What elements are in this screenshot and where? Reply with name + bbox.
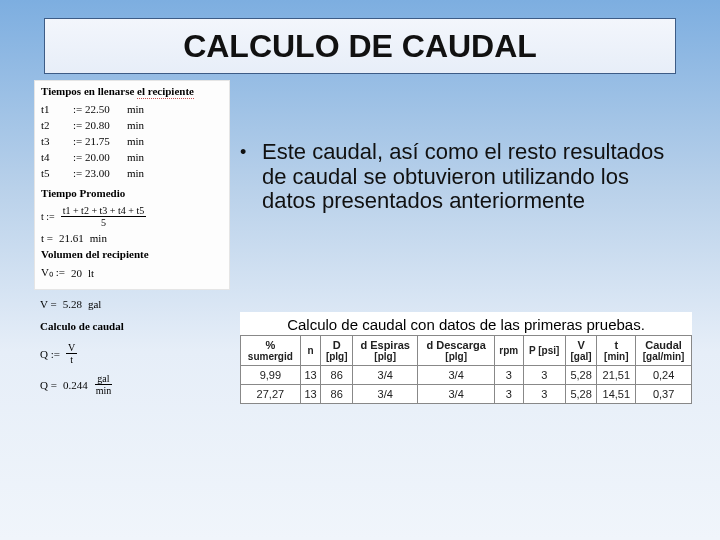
vol-row: V₀ := 20 lt: [41, 266, 223, 279]
t-val: 20.00: [85, 151, 121, 163]
th-sub: [plg]: [323, 351, 350, 362]
assign: :=: [73, 167, 79, 179]
t-val: 22.50: [85, 103, 121, 115]
t-unit: min: [127, 135, 144, 147]
vol-unit: lt: [88, 267, 94, 279]
th-sub: [gal/min]: [638, 351, 689, 362]
th-sub: [min]: [599, 351, 633, 362]
t-label: t1: [41, 103, 67, 115]
td: 13: [300, 366, 321, 385]
td: 3: [523, 366, 565, 385]
vol-conv-val: 5.28: [63, 298, 82, 310]
vol-val: 20: [71, 267, 82, 279]
times-heading: Tiempos en llenarse el recipiente: [41, 85, 223, 97]
frac-bot: t: [68, 354, 75, 365]
th: rpm: [495, 336, 524, 366]
avg-result: t = 21.61 min: [41, 232, 223, 244]
t-unit: min: [127, 167, 144, 179]
th: d Espiras[plg]: [353, 336, 418, 366]
avg-res-val: 21.61: [59, 232, 84, 244]
th-sub: [plg]: [355, 351, 415, 362]
td: 14,51: [597, 385, 636, 404]
time-row: t2:=20.80min: [41, 119, 223, 131]
th: n: [300, 336, 321, 366]
q-res-val: 0.244: [63, 379, 88, 391]
td: 3: [495, 385, 524, 404]
q-res-lhs: Q =: [40, 379, 57, 391]
times-heading-pre: Tiempos en llenarse: [41, 85, 137, 97]
page-title: CALCULO DE CAUDAL: [183, 28, 537, 65]
td: 13: [300, 385, 321, 404]
avg-res-lhs: t =: [41, 232, 53, 244]
time-row: t5:=23.00min: [41, 167, 223, 179]
th-top: D: [333, 339, 341, 351]
td: 3: [523, 385, 565, 404]
vol-conv-row: V = 5.28 gal: [34, 294, 230, 314]
data-table: %sumergid n D[plg] d Espiras[plg] d Desc…: [240, 335, 692, 404]
t-label: t2: [41, 119, 67, 131]
th-top: %: [265, 339, 275, 351]
vol-conv-lhs: V =: [40, 298, 57, 310]
assign: :=: [73, 119, 79, 131]
th: d Descarga[plg]: [418, 336, 495, 366]
avg-heading: Tiempo Promedio: [41, 187, 223, 199]
td: 27,27: [241, 385, 301, 404]
th: %sumergid: [241, 336, 301, 366]
t-label: t4: [41, 151, 67, 163]
th-top: t: [614, 339, 618, 351]
vol-heading: Volumen del recipiente: [41, 248, 223, 260]
table-row: 9,99 13 86 3/4 3/4 3 3 5,28 21,51 0,24: [241, 366, 692, 385]
td: 3: [495, 366, 524, 385]
t-label: t5: [41, 167, 67, 179]
vol-lhs: V₀ :=: [41, 266, 65, 279]
unit-bot: min: [94, 385, 114, 396]
td: 5,28: [565, 385, 597, 404]
unit-top: gal: [95, 373, 111, 385]
th-sub: [plg]: [420, 351, 492, 362]
q-result: Q = 0.244 gal min: [34, 371, 230, 398]
q-res-unit: gal min: [94, 373, 114, 396]
avg-formula: t := t1 + t2 + t3 + t4 + t5 5: [41, 205, 223, 228]
th-top: d Descarga: [426, 339, 485, 351]
frac-top: V: [66, 342, 77, 354]
td: 3/4: [353, 366, 418, 385]
frac-top: t1 + t2 + t3 + t4 + t5: [61, 205, 146, 217]
bullet-body: • Este caudal, así como el resto resulta…: [240, 140, 680, 214]
left-column: Tiempos en llenarse el recipiente t1:=22…: [34, 80, 230, 402]
avg-lhs: t :=: [41, 211, 55, 222]
th: t[min]: [597, 336, 636, 366]
table-wrap: Calculo de caudal con datos de las prime…: [240, 312, 692, 404]
table-header-row: %sumergid n D[plg] d Espiras[plg] d Desc…: [241, 336, 692, 366]
th: P [psi]: [523, 336, 565, 366]
th-sub: n: [303, 345, 319, 356]
t-val: 20.80: [85, 119, 121, 131]
th-top: d Espiras: [360, 339, 410, 351]
q-fraction: V t: [66, 342, 77, 365]
time-row: t3:=21.75min: [41, 135, 223, 147]
th-sub: sumergid: [243, 351, 298, 362]
times-heading-ul: el recipiente: [137, 85, 194, 99]
td: 3/4: [418, 366, 495, 385]
t-unit: min: [127, 103, 144, 115]
t-unit: min: [127, 151, 144, 163]
th-top: Caudal: [645, 339, 682, 351]
th-sub: P [psi]: [526, 345, 563, 356]
avg-res-unit: min: [90, 232, 107, 244]
th-top: V: [577, 339, 584, 351]
th-sub: rpm: [497, 345, 521, 356]
td: 5,28: [565, 366, 597, 385]
q-heading: Calculo de caudal: [34, 318, 230, 334]
frac-bot: 5: [99, 217, 108, 228]
td: 86: [321, 385, 353, 404]
t-unit: min: [127, 119, 144, 131]
table-row: 27,27 13 86 3/4 3/4 3 3 5,28 14,51 0,37: [241, 385, 692, 404]
vol-conv-unit: gal: [88, 298, 101, 310]
td: 21,51: [597, 366, 636, 385]
q-def-lhs: Q :=: [40, 348, 60, 360]
td: 0,37: [636, 385, 692, 404]
t-label: t3: [41, 135, 67, 147]
th: D[plg]: [321, 336, 353, 366]
bullet-text: Este caudal, así como el resto resultado…: [240, 140, 680, 214]
t-val: 21.75: [85, 135, 121, 147]
assign: :=: [73, 103, 79, 115]
